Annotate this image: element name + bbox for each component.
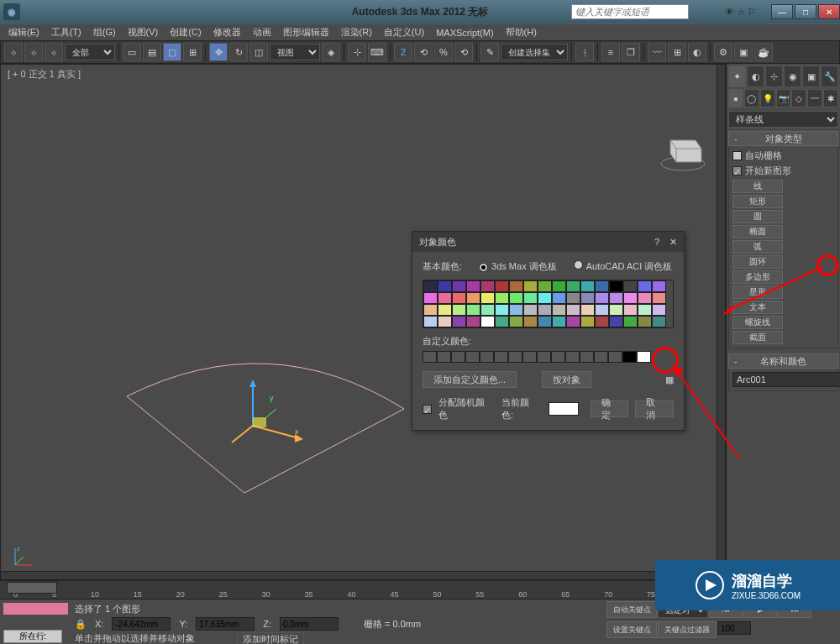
align-icon[interactable]: ≡: [601, 43, 620, 61]
move-icon[interactable]: ✥: [209, 43, 228, 61]
custom-swatch[interactable]: [465, 351, 480, 363]
color-swatch[interactable]: [609, 292, 623, 304]
keymode-icon[interactable]: ⌨: [368, 43, 386, 61]
color-swatch[interactable]: [509, 292, 523, 304]
schematic-icon[interactable]: ⊞: [668, 43, 686, 61]
curve-editor-icon[interactable]: 〰: [648, 43, 666, 61]
time-slider[interactable]: [7, 582, 57, 594]
pivot-icon[interactable]: ◈: [322, 43, 340, 61]
named-sel-set[interactable]: 创建选择集: [501, 44, 568, 60]
color-swatch[interactable]: [452, 304, 466, 316]
rollout-objtype[interactable]: 对象类型: [728, 131, 838, 146]
color-swatch[interactable]: [438, 304, 452, 316]
hierarchy-tab[interactable]: ⊹: [765, 65, 783, 87]
v-scrollbar[interactable]: [717, 65, 725, 571]
color-swatch[interactable]: [538, 316, 552, 327]
lights-subtab[interactable]: 💡: [760, 89, 775, 107]
color-swatch[interactable]: [652, 316, 666, 327]
systems-subtab[interactable]: ✱: [823, 89, 838, 107]
app-icon[interactable]: ◉: [3, 3, 20, 20]
color-swatch[interactable]: [652, 292, 666, 304]
menu-视图(V)[interactable]: 视图(V): [123, 24, 164, 40]
named-sel-icon[interactable]: ✎: [480, 43, 499, 61]
shapes-subtab[interactable]: ◯: [744, 89, 759, 107]
snap-angle-icon[interactable]: ⟲: [414, 43, 433, 61]
help-icons[interactable]: 👁 ☆ ⚐: [725, 7, 756, 18]
custom-swatch[interactable]: [637, 351, 651, 363]
add-time-tag[interactable]: 添加时间标记: [237, 632, 304, 644]
color-swatch[interactable]: [423, 280, 438, 292]
selection-filter[interactable]: 全部: [65, 44, 115, 60]
frame-input[interactable]: [717, 621, 751, 635]
spline-截面[interactable]: 截面: [732, 331, 783, 344]
color-swatch[interactable]: [438, 280, 452, 292]
select-icon[interactable]: ▭: [123, 43, 141, 61]
rotate-icon[interactable]: ↻: [229, 43, 248, 61]
color-swatch[interactable]: [566, 280, 580, 292]
custom-swatch[interactable]: [494, 351, 508, 363]
modify-tab[interactable]: ◐: [747, 65, 764, 87]
object-name-input[interactable]: [732, 372, 840, 387]
random-color-check[interactable]: ✓: [423, 405, 432, 414]
menu-动画[interactable]: 动画: [248, 24, 276, 40]
select-rect-icon[interactable]: ▢: [163, 43, 181, 61]
spline-螺旋线[interactable]: 螺旋线: [732, 316, 783, 329]
menu-编辑(E)[interactable]: 编辑(E): [3, 24, 45, 40]
utilities-tab[interactable]: 🔧: [821, 65, 838, 87]
color-swatch[interactable]: [480, 304, 495, 316]
color-swatch[interactable]: [552, 292, 566, 304]
unlink-icon[interactable]: ⟐: [24, 43, 43, 61]
color-swatch[interactable]: [566, 292, 580, 304]
space-subtab[interactable]: 〰: [807, 89, 822, 107]
snap-pct-icon[interactable]: %: [434, 43, 453, 61]
newshape-check[interactable]: ✓: [732, 166, 742, 175]
color-swatch[interactable]: [609, 280, 623, 292]
display-tab[interactable]: ▣: [802, 65, 820, 87]
autogrid-check[interactable]: [732, 151, 742, 160]
select-name-icon[interactable]: ▤: [143, 43, 161, 61]
color-swatch[interactable]: [480, 280, 495, 292]
mirror-icon[interactable]: ⟊: [575, 43, 594, 61]
color-swatch[interactable]: [580, 316, 595, 327]
menu-帮助(H)[interactable]: 帮助(H): [501, 24, 542, 40]
dialog-help-icon[interactable]: ?: [654, 237, 659, 247]
color-swatch[interactable]: [495, 304, 509, 316]
lock-icon[interactable]: 🔒: [75, 619, 87, 630]
color-swatch[interactable]: [423, 316, 438, 327]
help-search[interactable]: [571, 4, 689, 19]
h-scrollbar[interactable]: [1, 571, 725, 579]
custom-swatch[interactable]: [423, 351, 437, 363]
color-swatch[interactable]: [538, 304, 552, 316]
color-swatch[interactable]: [580, 280, 595, 292]
color-swatch[interactable]: [623, 280, 638, 292]
color-swatch[interactable]: [538, 280, 552, 292]
color-swatch[interactable]: [509, 316, 523, 327]
spline-星形[interactable]: 星形: [732, 285, 783, 299]
render-frame-icon[interactable]: ▣: [734, 43, 753, 61]
color-swatch[interactable]: [609, 304, 623, 316]
material-icon[interactable]: ◐: [688, 43, 706, 61]
custom-swatch[interactable]: [551, 351, 565, 363]
maximize-button[interactable]: □: [795, 4, 816, 19]
color-swatch[interactable]: [466, 304, 480, 316]
color-swatch[interactable]: [495, 280, 509, 292]
color-swatch[interactable]: [580, 292, 595, 304]
dialog-titlebar[interactable]: 对象颜色 ?✕: [412, 232, 684, 252]
radio-autocad[interactable]: [574, 260, 583, 270]
menu-MAXScript(M)[interactable]: MAXScript(M): [431, 26, 498, 39]
link-icon[interactable]: ⟐: [4, 43, 23, 61]
color-swatch[interactable]: [466, 280, 480, 292]
color-swatch[interactable]: [638, 292, 652, 304]
color-swatch[interactable]: [480, 316, 495, 327]
scale-icon[interactable]: ◫: [249, 43, 268, 61]
color-swatch[interactable]: [509, 304, 523, 316]
color-swatch[interactable]: [423, 304, 438, 316]
color-swatch[interactable]: [623, 292, 638, 304]
helpers-subtab[interactable]: ◇: [791, 89, 806, 107]
coord-y[interactable]: [196, 617, 255, 631]
color-swatch[interactable]: [623, 316, 638, 327]
radio-3dsmax[interactable]: [479, 263, 488, 272]
create-tab[interactable]: ✦: [728, 65, 746, 87]
color-swatch[interactable]: [566, 316, 580, 327]
minimize-button[interactable]: —: [771, 4, 793, 19]
